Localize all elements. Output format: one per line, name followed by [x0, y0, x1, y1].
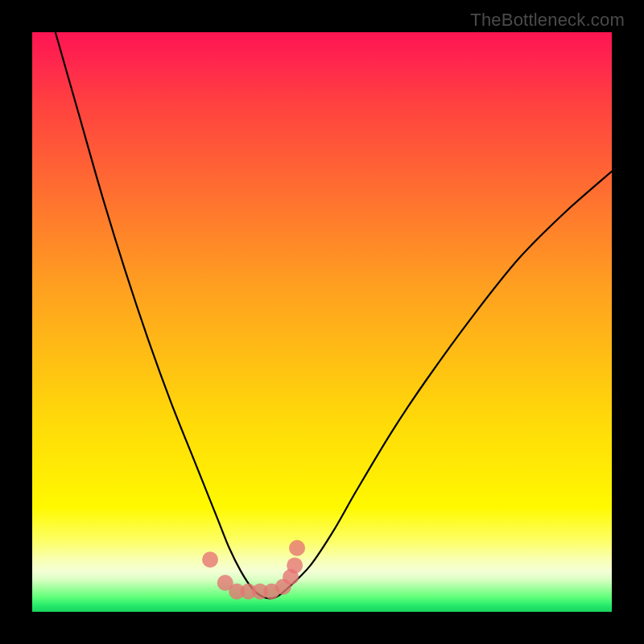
cluster-point — [202, 551, 218, 568]
bottleneck-curve — [56, 32, 612, 598]
plot-area — [32, 32, 612, 612]
watermark-text: TheBottleneck.com — [470, 10, 625, 31]
curve-layer — [32, 32, 612, 612]
cluster-points — [202, 540, 305, 600]
cluster-point — [287, 557, 303, 573]
chart-frame: TheBottleneck.com — [0, 0, 644, 644]
cluster-point — [289, 540, 305, 556]
